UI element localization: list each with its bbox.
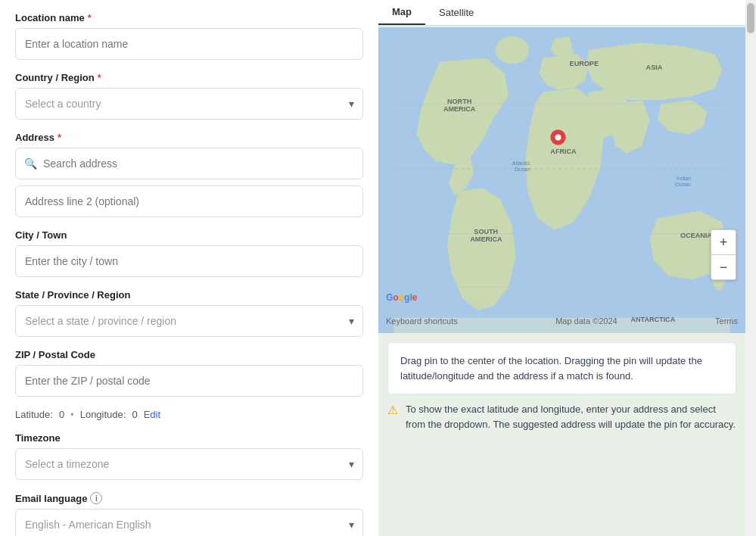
address-group: Address * 🔍 xyxy=(15,132,363,217)
city-town-group: City / Town xyxy=(15,229,363,277)
scrollbar[interactable] xyxy=(745,0,756,536)
country-region-group: Country / Region * Select a country ▾ xyxy=(15,72,363,120)
svg-text:Ocean: Ocean xyxy=(675,182,691,187)
state-province-group: State / Province / Region Select a state… xyxy=(15,289,363,337)
map-terms-link[interactable]: Terms xyxy=(715,316,738,326)
map-info-box: Drag pin to the center of the location. … xyxy=(387,342,736,394)
longitude-label: Longitude: xyxy=(80,409,126,420)
zip-postal-input[interactable] xyxy=(15,365,363,397)
svg-text:OCEANIA: OCEANIA xyxy=(680,232,712,239)
drag-pin-text: Drag pin to the center of the location. … xyxy=(400,354,723,383)
timezone-select[interactable]: Select a timezone xyxy=(15,448,363,480)
city-town-label: City / Town xyxy=(15,229,363,241)
map-footer: Keyboard shortcuts Map data ©2024 Terms xyxy=(378,316,745,326)
address-label: Address * xyxy=(15,132,363,143)
world-map-background: NORTH AMERICA SOUTH AMERICA ASIA EUROPE … xyxy=(378,27,745,333)
longitude-value: 0 xyxy=(132,409,137,420)
map-tab-satellite[interactable]: Satellite xyxy=(425,0,487,25)
page-container: Location name * Country / Region * Selec… xyxy=(0,0,756,536)
svg-text:NORTH: NORTH xyxy=(447,98,471,105)
svg-text:Ocean: Ocean xyxy=(515,167,530,172)
address-search-wrap: 🔍 xyxy=(15,148,363,179)
location-name-required: * xyxy=(88,12,92,23)
search-icon: 🔍 xyxy=(24,157,37,170)
email-language-group: Email language i English - American Engl… xyxy=(15,492,363,536)
latitude-value: 0 xyxy=(59,409,64,420)
city-town-input[interactable] xyxy=(15,245,363,277)
svg-text:Indian: Indian xyxy=(677,176,691,181)
country-select-wrap: Select a country ▾ xyxy=(15,88,363,120)
svg-text:ASIA: ASIA xyxy=(646,64,663,71)
email-language-select-wrap: English - American English ▾ xyxy=(15,509,363,536)
svg-text:AFRICA: AFRICA xyxy=(550,148,577,155)
keyboard-shortcuts-link[interactable]: Keyboard shortcuts xyxy=(386,316,458,326)
form-panel: Location name * Country / Region * Selec… xyxy=(0,0,378,536)
email-language-select[interactable]: English - American English xyxy=(15,509,363,536)
svg-text:AMERICA: AMERICA xyxy=(443,105,476,113)
address-line2-input[interactable] xyxy=(15,185,363,217)
lat-lon-row: Latitude: 0 • Longitude: 0 Edit xyxy=(15,409,363,420)
country-region-required: * xyxy=(98,72,101,83)
map-zoom-in-button[interactable]: + xyxy=(711,230,736,254)
lat-lon-edit-link[interactable]: Edit xyxy=(144,409,160,420)
state-select-wrap: Select a state / province / region ▾ xyxy=(15,305,363,337)
map-zoom-controls: + − xyxy=(711,229,736,280)
warning-text: To show the exact latitude and longitude… xyxy=(406,402,736,432)
lat-lon-separator: • xyxy=(70,409,74,420)
address-required: * xyxy=(58,132,61,143)
map-zoom-out-button[interactable]: − xyxy=(711,255,736,279)
zip-postal-label: ZIP / Postal Code xyxy=(15,349,363,360)
map-tab-map[interactable]: Map xyxy=(378,0,425,25)
latitude-label: Latitude: xyxy=(15,409,53,420)
timezone-label: Timezone xyxy=(15,432,363,444)
map-container[interactable]: Map Satellite xyxy=(378,0,745,333)
state-province-label: State / Province / Region xyxy=(15,289,363,301)
scrollbar-thumb[interactable] xyxy=(747,3,754,33)
zip-postal-group: ZIP / Postal Code xyxy=(15,349,363,397)
location-name-input[interactable] xyxy=(15,28,363,60)
google-logo: Google xyxy=(386,292,417,303)
map-warning-box: ⚠ To show the exact latitude and longitu… xyxy=(378,394,745,432)
svg-text:Atlantic: Atlantic xyxy=(512,160,530,166)
country-select[interactable]: Select a country xyxy=(15,88,363,120)
map-data-copyright: Map data ©2024 xyxy=(555,316,618,326)
country-region-label: Country / Region * xyxy=(15,72,363,83)
map-panel: Map Satellite xyxy=(378,0,745,536)
state-select[interactable]: Select a state / province / region xyxy=(15,305,363,337)
svg-text:AMERICA: AMERICA xyxy=(470,235,502,243)
location-name-label: Location name * xyxy=(15,12,363,23)
warning-icon: ⚠ xyxy=(387,403,398,432)
email-language-info-icon[interactable]: i xyxy=(90,492,102,504)
email-language-label: Email language i xyxy=(15,492,363,504)
svg-point-1 xyxy=(496,36,529,64)
svg-point-5 xyxy=(555,134,561,140)
svg-text:SOUTH: SOUTH xyxy=(474,228,498,235)
map-tab-bar: Map Satellite xyxy=(378,0,745,26)
svg-text:EUROPE: EUROPE xyxy=(570,60,599,67)
timezone-group: Timezone Select a timezone ▾ xyxy=(15,432,363,480)
location-name-group: Location name * xyxy=(15,12,363,60)
address-search-input[interactable] xyxy=(15,148,363,179)
timezone-select-wrap: Select a timezone ▾ xyxy=(15,448,363,480)
